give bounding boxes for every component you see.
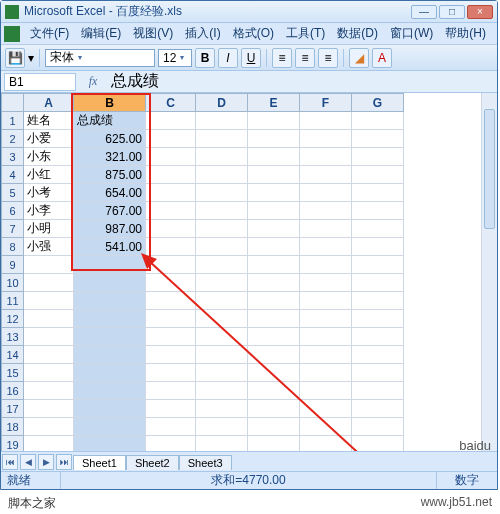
cell-C1[interactable] — [146, 112, 196, 130]
cell-G7[interactable] — [352, 220, 404, 238]
cell-C14[interactable] — [146, 346, 196, 364]
align-center-icon[interactable]: ≡ — [295, 48, 315, 68]
close-button[interactable]: × — [467, 5, 493, 19]
cell-E9[interactable] — [248, 256, 300, 274]
cell-D10[interactable] — [196, 274, 248, 292]
cell-E10[interactable] — [248, 274, 300, 292]
cell-A8[interactable]: 小强 — [24, 238, 74, 256]
col-header-E[interactable]: E — [248, 94, 300, 112]
cell-C13[interactable] — [146, 328, 196, 346]
select-all-corner[interactable] — [2, 94, 24, 112]
cell-F7[interactable] — [300, 220, 352, 238]
col-header-C[interactable]: C — [146, 94, 196, 112]
cell-G11[interactable] — [352, 292, 404, 310]
row-header-16[interactable]: 16 — [2, 382, 24, 400]
cell-E2[interactable] — [248, 130, 300, 148]
cell-B9[interactable] — [74, 256, 146, 274]
cell-A9[interactable] — [24, 256, 74, 274]
row-header-15[interactable]: 15 — [2, 364, 24, 382]
cell-G5[interactable] — [352, 184, 404, 202]
cell-D5[interactable] — [196, 184, 248, 202]
cell-E4[interactable] — [248, 166, 300, 184]
cell-E7[interactable] — [248, 220, 300, 238]
cell-F18[interactable] — [300, 418, 352, 436]
italic-button[interactable]: I — [218, 48, 238, 68]
cell-C2[interactable] — [146, 130, 196, 148]
cell-G1[interactable] — [352, 112, 404, 130]
row-header-10[interactable]: 10 — [2, 274, 24, 292]
cell-D8[interactable] — [196, 238, 248, 256]
fx-icon[interactable]: fx — [79, 74, 107, 89]
row-header-14[interactable]: 14 — [2, 346, 24, 364]
cell-A18[interactable] — [24, 418, 74, 436]
cell-A16[interactable] — [24, 382, 74, 400]
cell-A1[interactable]: 姓名 — [24, 112, 74, 130]
cell-C15[interactable] — [146, 364, 196, 382]
cell-A4[interactable]: 小红 — [24, 166, 74, 184]
cell-F4[interactable] — [300, 166, 352, 184]
first-sheet-button[interactable]: ⏮ — [2, 454, 18, 470]
cell-B4[interactable]: 875.00 — [74, 166, 146, 184]
cell-G10[interactable] — [352, 274, 404, 292]
cell-D3[interactable] — [196, 148, 248, 166]
cell-D7[interactable] — [196, 220, 248, 238]
cell-D15[interactable] — [196, 364, 248, 382]
cell-D13[interactable] — [196, 328, 248, 346]
cell-A6[interactable]: 小李 — [24, 202, 74, 220]
cell-A11[interactable] — [24, 292, 74, 310]
cell-C12[interactable] — [146, 310, 196, 328]
cell-A5[interactable]: 小考 — [24, 184, 74, 202]
cell-G9[interactable] — [352, 256, 404, 274]
cell-D1[interactable] — [196, 112, 248, 130]
save-icon[interactable]: 💾 — [5, 48, 25, 68]
cell-D17[interactable] — [196, 400, 248, 418]
menu-help[interactable]: 帮助(H) — [439, 23, 492, 44]
cell-B13[interactable] — [74, 328, 146, 346]
cell-G14[interactable] — [352, 346, 404, 364]
cell-A10[interactable] — [24, 274, 74, 292]
font-size-select[interactable]: 12 ▾ — [158, 49, 192, 67]
col-header-F[interactable]: F — [300, 94, 352, 112]
align-left-icon[interactable]: ≡ — [272, 48, 292, 68]
cell-E14[interactable] — [248, 346, 300, 364]
row-header-4[interactable]: 4 — [2, 166, 24, 184]
cell-E18[interactable] — [248, 418, 300, 436]
cell-E17[interactable] — [248, 400, 300, 418]
cell-F3[interactable] — [300, 148, 352, 166]
cell-B15[interactable] — [74, 364, 146, 382]
font-color-icon[interactable]: A — [372, 48, 392, 68]
cell-E15[interactable] — [248, 364, 300, 382]
cell-B11[interactable] — [74, 292, 146, 310]
col-header-A[interactable]: A — [24, 94, 74, 112]
tab-sheet2[interactable]: Sheet2 — [126, 455, 179, 470]
cell-G16[interactable] — [352, 382, 404, 400]
cell-D2[interactable] — [196, 130, 248, 148]
cell-A3[interactable]: 小东 — [24, 148, 74, 166]
menu-view[interactable]: 视图(V) — [127, 23, 179, 44]
cell-E5[interactable] — [248, 184, 300, 202]
cell-G13[interactable] — [352, 328, 404, 346]
cell-C6[interactable] — [146, 202, 196, 220]
menu-data[interactable]: 数据(D) — [331, 23, 384, 44]
cell-G6[interactable] — [352, 202, 404, 220]
cell-E11[interactable] — [248, 292, 300, 310]
cell-F5[interactable] — [300, 184, 352, 202]
cell-B3[interactable]: 321.00 — [74, 148, 146, 166]
menu-edit[interactable]: 编辑(E) — [75, 23, 127, 44]
cell-A12[interactable] — [24, 310, 74, 328]
row-header-17[interactable]: 17 — [2, 400, 24, 418]
row-header-7[interactable]: 7 — [2, 220, 24, 238]
menu-tools[interactable]: 工具(T) — [280, 23, 331, 44]
cell-G18[interactable] — [352, 418, 404, 436]
cell-F13[interactable] — [300, 328, 352, 346]
spreadsheet-grid[interactable]: A B C D E F G 1姓名总成绩2小爱625.003小东321.004小… — [1, 93, 497, 473]
last-sheet-button[interactable]: ⏭ — [56, 454, 72, 470]
cell-C18[interactable] — [146, 418, 196, 436]
row-header-11[interactable]: 11 — [2, 292, 24, 310]
cell-G8[interactable] — [352, 238, 404, 256]
cell-D16[interactable] — [196, 382, 248, 400]
row-header-9[interactable]: 9 — [2, 256, 24, 274]
cell-F11[interactable] — [300, 292, 352, 310]
cell-C16[interactable] — [146, 382, 196, 400]
row-header-13[interactable]: 13 — [2, 328, 24, 346]
